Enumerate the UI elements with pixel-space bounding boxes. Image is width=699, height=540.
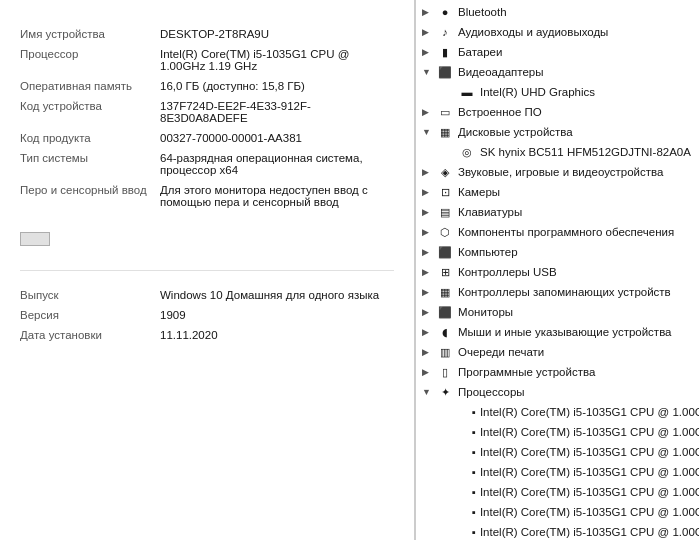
tree-arrow <box>422 327 436 337</box>
tree-icon: ▪ <box>472 524 476 540</box>
field-label: Код устройства <box>20 96 160 128</box>
tree-icon: ▥ <box>436 344 454 360</box>
tree-label: Программные устройства <box>458 366 595 378</box>
tree-item[interactable]: ▦Дисковые устройства <box>416 122 699 142</box>
tree-item[interactable]: ▬Intel(R) UHD Graphics <box>416 82 699 102</box>
tree-label: Контроллеры запоминающих устройств <box>458 286 671 298</box>
field-label: Оперативная память <box>20 76 160 96</box>
section-divider <box>20 270 394 271</box>
tree-item[interactable]: ▪Intel(R) Core(TM) i5-1035G1 CPU @ 1.00G… <box>416 482 699 502</box>
tree-icon: ◈ <box>436 164 454 180</box>
tree-label: Звуковые, игровые и видеоустройства <box>458 166 663 178</box>
tree-item[interactable]: ◖Мыши и иные указывающие устройства <box>416 322 699 342</box>
tree-arrow <box>422 167 436 177</box>
tree-item[interactable]: ⊡Камеры <box>416 182 699 202</box>
tree-item[interactable]: ▭Встроенное ПО <box>416 102 699 122</box>
tree-icon: ✦ <box>436 384 454 400</box>
tree-item[interactable]: ▪Intel(R) Core(TM) i5-1035G1 CPU @ 1.00G… <box>416 402 699 422</box>
tree-icon: ▪ <box>472 424 476 440</box>
device-field-row: Оперативная память16,0 ГБ (доступно: 15,… <box>20 76 394 96</box>
tree-arrow <box>422 47 436 57</box>
field-value: 11.11.2020 <box>160 325 394 345</box>
tree-icon: ▤ <box>436 204 454 220</box>
windows-field-row: ВыпускWindows 10 Домашняя для одного язы… <box>20 285 394 305</box>
field-value: 1909 <box>160 305 394 325</box>
tree-item[interactable]: ●Bluetooth <box>416 2 699 22</box>
tree-label: Intel(R) Core(TM) i5-1035G1 CPU @ 1.00GH… <box>480 506 699 518</box>
tree-item[interactable]: ▪Intel(R) Core(TM) i5-1035G1 CPU @ 1.00G… <box>416 522 699 540</box>
tree-icon: ▬ <box>458 84 476 100</box>
device-field-row: Код продукта00327-70000-00001-AA381 <box>20 128 394 148</box>
tree-icon: ▭ <box>436 104 454 120</box>
field-value: Windows 10 Домашняя для одного языка <box>160 285 394 305</box>
tree-icon: ▪ <box>472 504 476 520</box>
windows-info-table: ВыпускWindows 10 Домашняя для одного язы… <box>20 285 394 345</box>
tree-icon: ◎ <box>458 144 476 160</box>
tree-item[interactable]: ⬛Видеоадаптеры <box>416 62 699 82</box>
field-label: Версия <box>20 305 160 325</box>
tree-item[interactable]: ⬛Мониторы <box>416 302 699 322</box>
tree-label: Компоненты программного обеспечения <box>458 226 674 238</box>
windows-field-row: Версия1909 <box>20 305 394 325</box>
tree-icon: ⬛ <box>436 64 454 80</box>
tree-item[interactable]: ♪Аудиовходы и аудиовыходы <box>416 22 699 42</box>
tree-icon: ▪ <box>472 404 476 420</box>
tree-label: Батареи <box>458 46 502 58</box>
tree-arrow <box>422 127 436 137</box>
tree-item[interactable]: ▦Контроллеры запоминающих устройств <box>416 282 699 302</box>
tree-item[interactable]: ▮Батареи <box>416 42 699 62</box>
tree-icon: ⊡ <box>436 184 454 200</box>
tree-label: Intel(R) UHD Graphics <box>480 86 595 98</box>
tree-icon: ▯ <box>436 364 454 380</box>
tree-item[interactable]: ⬛Компьютер <box>416 242 699 262</box>
tree-icon: ⬛ <box>436 244 454 260</box>
field-label: Перо и сенсорный ввод <box>20 180 160 212</box>
tree-item[interactable]: ◎SK hynix BC511 HFM512GDJTNI-82A0A <box>416 142 699 162</box>
tree-item[interactable]: ⬡Компоненты программного обеспечения <box>416 222 699 242</box>
device-field-row: Перо и сенсорный вводДля этого монитора … <box>20 180 394 212</box>
tree-icon: ▮ <box>436 44 454 60</box>
device-field-row: Тип системы64-разрядная операционная сис… <box>20 148 394 180</box>
tree-item[interactable]: ◈Звуковые, игровые и видеоустройства <box>416 162 699 182</box>
tree-label: Bluetooth <box>458 6 507 18</box>
tree-item[interactable]: ▯Программные устройства <box>416 362 699 382</box>
tree-label: Intel(R) Core(TM) i5-1035G1 CPU @ 1.00GH… <box>480 486 699 498</box>
device-info-table: Имя устройстваDESKTOP-2T8RA9UПроцессорIn… <box>20 24 394 212</box>
field-value: 137F724D-EE2F-4E33-912F-8E3D0A8ADEFE <box>160 96 394 128</box>
tree-arrow <box>422 67 436 77</box>
tree-item[interactable]: ▪Intel(R) Core(TM) i5-1035G1 CPU @ 1.00G… <box>416 442 699 462</box>
tree-item[interactable]: ⊞Контроллеры USB <box>416 262 699 282</box>
device-field-row: ПроцессорIntel(R) Core(TM) i5-1035G1 CPU… <box>20 44 394 76</box>
tree-label: Intel(R) Core(TM) i5-1035G1 CPU @ 1.00GH… <box>480 466 699 478</box>
tree-label: Процессоры <box>458 386 525 398</box>
tree-label: Камеры <box>458 186 500 198</box>
tree-item[interactable]: ▤Клавиатуры <box>416 202 699 222</box>
tree-arrow <box>422 367 436 377</box>
tree-item[interactable]: ▪Intel(R) Core(TM) i5-1035G1 CPU @ 1.00G… <box>416 462 699 482</box>
field-label: Выпуск <box>20 285 160 305</box>
tree-label: Компьютер <box>458 246 518 258</box>
tree-icon: ⊞ <box>436 264 454 280</box>
rename-button[interactable] <box>20 232 50 246</box>
tree-icon: ♪ <box>436 24 454 40</box>
tree-icon: ● <box>436 4 454 20</box>
tree-label: Клавиатуры <box>458 206 522 218</box>
field-label: Имя устройства <box>20 24 160 44</box>
tree-item[interactable]: ✦Процессоры <box>416 382 699 402</box>
tree-icon: ▪ <box>472 464 476 480</box>
tree-arrow <box>422 267 436 277</box>
tree-item[interactable]: ▥Очереди печати <box>416 342 699 362</box>
tree-item[interactable]: ▪Intel(R) Core(TM) i5-1035G1 CPU @ 1.00G… <box>416 502 699 522</box>
device-field-row: Код устройства137F724D-EE2F-4E33-912F-8E… <box>20 96 394 128</box>
tree-label: Контроллеры USB <box>458 266 557 278</box>
right-panel: ●Bluetooth♪Аудиовходы и аудиовыходы▮Бата… <box>415 0 699 540</box>
field-value: 00327-70000-00001-AA381 <box>160 128 394 148</box>
tree-label: SK hynix BC511 HFM512GDJTNI-82A0A <box>480 146 691 158</box>
tree-arrow <box>422 247 436 257</box>
tree-label: Intel(R) Core(TM) i5-1035G1 CPU @ 1.00GH… <box>480 406 699 418</box>
tree-item[interactable]: ▪Intel(R) Core(TM) i5-1035G1 CPU @ 1.00G… <box>416 422 699 442</box>
tree-arrow <box>422 27 436 37</box>
tree-arrow <box>422 227 436 237</box>
tree-arrow <box>422 7 436 17</box>
field-label: Процессор <box>20 44 160 76</box>
